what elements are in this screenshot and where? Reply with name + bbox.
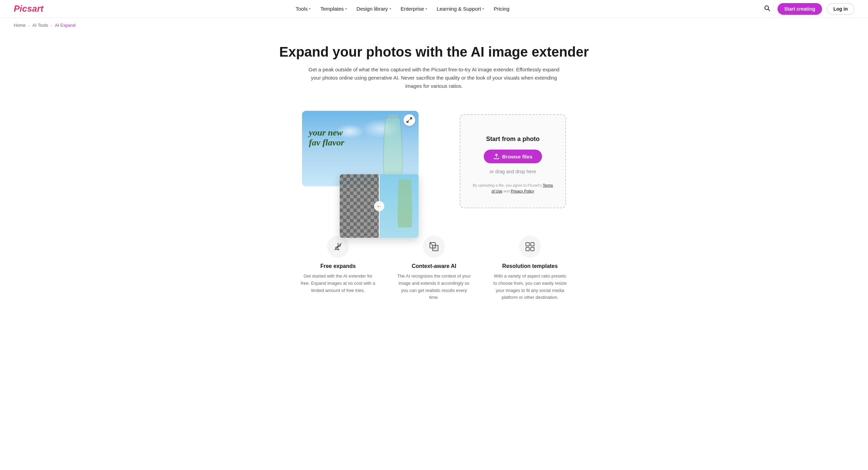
chevron-down-icon: ▾ [345, 7, 347, 11]
nav-right: Start creating Log in [762, 3, 854, 15]
svg-rect-11 [531, 243, 534, 246]
upload-title: Start from a photo [471, 136, 555, 143]
logo[interactable]: Picsart [14, 3, 44, 14]
feature-resolution-title: Resolution templates [492, 263, 568, 269]
start-creating-button[interactable]: Start creating [777, 3, 822, 15]
chevron-down-icon: ▾ [389, 7, 391, 11]
breadcrumb-ai-tools[interactable]: AI Tools [32, 23, 48, 28]
nav-pricing[interactable]: Pricing [494, 6, 509, 12]
context-ai-icon [423, 236, 445, 258]
nav-links: Tools ▾ Templates ▾ Design library ▾ Ent… [296, 6, 509, 12]
expand-button[interactable] [403, 114, 415, 126]
breadcrumb: Home › AI Tools › AI Expand [0, 18, 868, 33]
svg-rect-2 [388, 114, 398, 118]
nav-design-library[interactable]: Design library ▾ [357, 6, 391, 12]
upload-panel: Start from a photo Browse files or drag … [460, 114, 566, 208]
main-content: your new fav flavor [0, 97, 868, 229]
svg-line-1 [768, 9, 770, 11]
nav-learning-support[interactable]: Learning & Support ▾ [437, 6, 484, 12]
demo-area: your new fav flavor [302, 111, 432, 186]
chevron-down-icon: ▾ [425, 7, 427, 11]
hero-description: Get a peak outside of what the lens capt… [304, 66, 564, 90]
chevron-down-icon: ▾ [482, 7, 484, 11]
features-section: Free expands Get started with the AI ext… [0, 229, 868, 322]
extended-photo [379, 174, 419, 238]
feature-resolution: Resolution templates With a variety of a… [492, 236, 568, 301]
breadcrumb-sep-1: › [28, 23, 30, 27]
demo-text-overlay: your new fav flavor [309, 128, 344, 148]
feature-free-title: Free expands [300, 263, 376, 269]
svg-rect-10 [526, 243, 529, 246]
expand-icon [407, 117, 412, 123]
feature-free-expands: Free expands Get started with the AI ext… [300, 236, 376, 301]
nav-tools[interactable]: Tools ▾ [296, 6, 311, 12]
login-button[interactable]: Log in [827, 3, 854, 15]
browse-files-button[interactable]: Browse files [484, 150, 542, 163]
svg-rect-8 [433, 245, 438, 251]
feature-context-title: Context-aware AI [396, 263, 472, 269]
feature-context-ai: Context-aware AI The AI recognizes the c… [396, 236, 472, 301]
feature-free-desc: Get started with the AI extender for fre… [300, 273, 376, 294]
breadcrumb-current: AI Expand [55, 23, 75, 28]
svg-rect-13 [531, 247, 534, 251]
checkerboard-bg [340, 174, 379, 238]
grid-icon [525, 242, 535, 252]
nav-templates[interactable]: Templates ▾ [320, 6, 347, 12]
demo-extended-preview: ← [340, 174, 419, 238]
svg-rect-12 [526, 247, 529, 251]
chevron-down-icon: ▾ [309, 7, 311, 11]
feature-context-desc: The AI recognizes the context of your im… [396, 273, 472, 301]
search-icon [764, 5, 771, 12]
page-title: Expand your photos with the AI image ext… [14, 44, 854, 60]
cup-extended [395, 178, 415, 229]
expand-frame-icon [429, 242, 439, 252]
upload-drag-drop: or drag and drop here [471, 169, 555, 174]
breadcrumb-sep-2: › [51, 23, 52, 27]
feature-resolution-desc: With a variety of aspect ratio presets t… [492, 273, 568, 301]
privacy-policy-link[interactable]: Privacy Policy [511, 189, 534, 193]
upload-terms: By uploading a file, you agree to Picsar… [471, 183, 555, 194]
svg-line-9 [430, 243, 433, 245]
resolution-icon [519, 236, 541, 258]
search-button[interactable] [762, 3, 773, 15]
breadcrumb-home[interactable]: Home [14, 23, 26, 28]
free-expands-icon [327, 236, 349, 258]
cup-decoration [377, 114, 408, 183]
nav-enterprise[interactable]: Enterprise ▾ [401, 6, 427, 12]
upload-icon [493, 153, 499, 160]
dollar-slash-icon [333, 242, 343, 252]
navbar: Picsart Tools ▾ Templates ▾ Design libra… [0, 0, 868, 18]
split-arrow-button[interactable]: ← [374, 201, 384, 211]
hero-section: Expand your photos with the AI image ext… [0, 33, 868, 97]
svg-point-0 [765, 6, 769, 10]
